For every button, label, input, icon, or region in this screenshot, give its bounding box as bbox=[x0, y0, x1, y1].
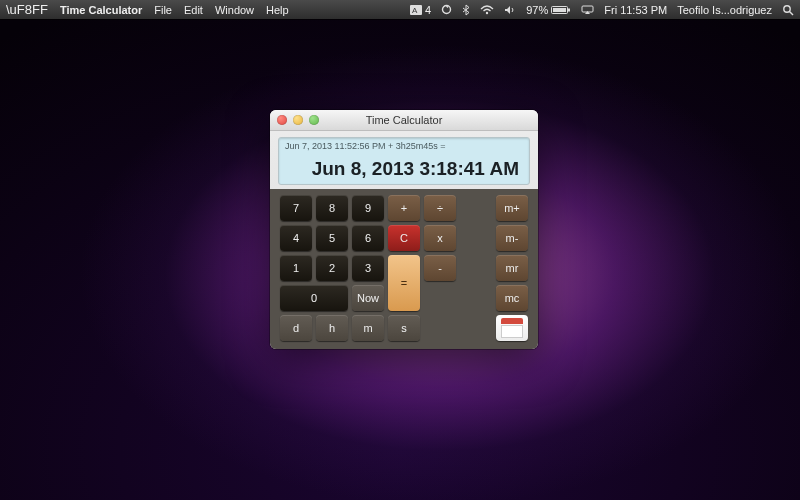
key-6[interactable]: 6 bbox=[352, 225, 384, 251]
key-0[interactable]: 0 bbox=[280, 285, 348, 311]
key-mr[interactable]: mr bbox=[496, 255, 528, 281]
wifi-icon[interactable] bbox=[480, 5, 494, 15]
key-minus[interactable]: - bbox=[424, 255, 456, 281]
key-seconds[interactable]: s bbox=[388, 315, 420, 341]
menubar: \uF8FF Time Calculator File Edit Window … bbox=[0, 0, 800, 19]
airplay-icon[interactable] bbox=[581, 5, 594, 15]
key-mminus[interactable]: m- bbox=[496, 225, 528, 251]
key-now[interactable]: Now bbox=[352, 285, 384, 311]
menu-edit[interactable]: Edit bbox=[184, 4, 203, 16]
key-multiply[interactable]: x bbox=[424, 225, 456, 251]
volume-icon[interactable] bbox=[504, 5, 516, 15]
key-clear[interactable]: C bbox=[388, 225, 420, 251]
key-3[interactable]: 3 bbox=[352, 255, 384, 281]
key-hours[interactable]: h bbox=[316, 315, 348, 341]
calculator-display: Jun 7, 2013 11:52:56 PM + 3h25m45s = Jun… bbox=[278, 137, 530, 185]
key-1[interactable]: 1 bbox=[280, 255, 312, 281]
svg-line-9 bbox=[790, 11, 794, 15]
menubar-user[interactable]: Teofilo Is...odriguez bbox=[677, 4, 772, 16]
menubar-app-name[interactable]: Time Calculator bbox=[60, 4, 142, 16]
menu-help[interactable]: Help bbox=[266, 4, 289, 16]
svg-rect-6 bbox=[553, 8, 566, 12]
menu-window[interactable]: Window bbox=[215, 4, 254, 16]
minimize-button[interactable] bbox=[293, 115, 303, 125]
key-9[interactable]: 9 bbox=[352, 195, 384, 221]
key-equals[interactable]: = bbox=[388, 255, 420, 311]
svg-text:A: A bbox=[412, 6, 418, 15]
app-window: Time Calculator Jun 7, 2013 11:52:56 PM … bbox=[270, 110, 538, 349]
menu-file[interactable]: File bbox=[154, 4, 172, 16]
key-4[interactable]: 4 bbox=[280, 225, 312, 251]
display-result: Jun 8, 2013 3:18:41 AM bbox=[312, 158, 519, 180]
key-mplus[interactable]: m+ bbox=[496, 195, 528, 221]
apple-menu-icon[interactable]: \uF8FF bbox=[6, 2, 48, 17]
key-8[interactable]: 8 bbox=[316, 195, 348, 221]
zoom-button[interactable] bbox=[309, 115, 319, 125]
spotlight-icon[interactable] bbox=[782, 4, 794, 16]
key-calendar[interactable] bbox=[496, 315, 528, 341]
key-5[interactable]: 5 bbox=[316, 225, 348, 251]
svg-point-3 bbox=[486, 11, 488, 13]
key-days[interactable]: d bbox=[280, 315, 312, 341]
key-2[interactable]: 2 bbox=[316, 255, 348, 281]
window-titlebar[interactable]: Time Calculator bbox=[270, 110, 538, 131]
svg-point-8 bbox=[784, 5, 790, 11]
display-expression: Jun 7, 2013 11:52:56 PM + 3h25m45s = bbox=[285, 141, 446, 151]
sync-icon[interactable] bbox=[441, 4, 452, 15]
bluetooth-icon[interactable] bbox=[462, 4, 470, 16]
battery-status[interactable]: 97% bbox=[526, 4, 571, 16]
desktop: \uF8FF Time Calculator File Edit Window … bbox=[0, 0, 800, 500]
menubar-clock[interactable]: Fri 11:53 PM bbox=[604, 4, 667, 16]
svg-rect-5 bbox=[568, 8, 570, 11]
key-minutes[interactable]: m bbox=[352, 315, 384, 341]
key-mc[interactable]: mc bbox=[496, 285, 528, 311]
key-divide[interactable]: ÷ bbox=[424, 195, 456, 221]
close-button[interactable] bbox=[277, 115, 287, 125]
adobe-status-icon[interactable]: A 4 bbox=[410, 4, 431, 16]
keypad: 7 8 9 + ÷ m+ 4 5 6 C x m- 1 2 3 = - mr 0… bbox=[270, 189, 538, 349]
key-7[interactable]: 7 bbox=[280, 195, 312, 221]
key-plus[interactable]: + bbox=[388, 195, 420, 221]
